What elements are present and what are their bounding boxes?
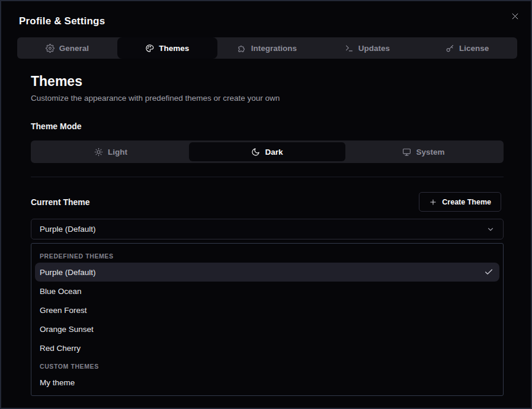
group-header-predefined: PREDEFINED THEMES [35, 247, 499, 263]
group-header-custom: CUSTOM THEMES [35, 357, 499, 373]
segment-label: System [416, 148, 444, 156]
check-icon [484, 267, 493, 277]
dialog-title: Profile & Settings [19, 15, 105, 27]
create-theme-label: Create Theme [442, 198, 491, 206]
option-label: Orange Sunset [40, 325, 94, 334]
segment-label: Dark [265, 148, 283, 156]
settings-tabbar: General Themes Integrations Updates Lice… [17, 37, 517, 59]
theme-option-my-theme[interactable]: My theme [35, 373, 499, 392]
close-button[interactable] [508, 9, 521, 23]
tab-label: Updates [358, 44, 390, 53]
theme-mode-label: Theme Mode [31, 122, 82, 131]
segment-label: Light [108, 148, 127, 156]
theme-select[interactable]: Purple (Default) [31, 219, 504, 239]
theme-mode-dark[interactable]: Dark [189, 142, 345, 161]
profile-settings-dialog: Profile & Settings General Themes Integr… [0, 0, 532, 409]
option-label: Blue Ocean [40, 287, 82, 296]
theme-option-green-forest[interactable]: Green Forest [35, 301, 499, 319]
create-theme-button[interactable]: Create Theme [419, 192, 501, 212]
theme-dropdown-panel: PREDEFINED THEMES Purple (Default) Blue … [31, 243, 504, 396]
puzzle-icon [238, 44, 246, 53]
gear-icon [46, 44, 55, 53]
tab-label: General [59, 44, 89, 53]
plus-icon [429, 198, 437, 206]
tab-label: Integrations [251, 44, 297, 53]
close-icon [511, 12, 520, 21]
tab-license[interactable]: License [417, 37, 517, 59]
tab-integrations[interactable]: Integrations [217, 37, 318, 59]
section-divider [31, 177, 504, 177]
key-icon [446, 44, 454, 53]
theme-option-red-cherry[interactable]: Red Cherry [35, 338, 499, 357]
page-title: Themes [31, 74, 82, 90]
tab-general[interactable]: General [17, 37, 117, 59]
page-description: Customize the appearance with predefined… [31, 94, 280, 103]
option-label: My theme [40, 378, 75, 387]
theme-mode-segmented-control: Light Dark System [31, 140, 504, 163]
tab-label: License [459, 44, 489, 53]
theme-option-orange-sunset[interactable]: Orange Sunset [35, 319, 499, 338]
palette-icon [145, 44, 154, 53]
theme-select-value: Purple (Default) [40, 225, 96, 234]
current-theme-label: Current Theme [31, 197, 90, 207]
option-label: Green Forest [40, 306, 87, 315]
chevron-down-icon [486, 225, 495, 234]
theme-option-purple-default[interactable]: Purple (Default) [35, 263, 499, 282]
tab-updates[interactable]: Updates [317, 37, 417, 59]
theme-mode-system[interactable]: System [345, 142, 502, 161]
tab-themes[interactable]: Themes [117, 37, 217, 59]
theme-option-blue-ocean[interactable]: Blue Ocean [35, 282, 499, 301]
tab-label: Themes [159, 44, 189, 53]
option-label: Purple (Default) [40, 268, 96, 277]
monitor-icon [402, 148, 411, 156]
terminal-icon [345, 44, 354, 53]
sun-icon [94, 148, 103, 156]
moon-icon [251, 148, 260, 156]
theme-mode-light[interactable]: Light [33, 142, 189, 161]
option-label: Red Cherry [40, 344, 81, 353]
